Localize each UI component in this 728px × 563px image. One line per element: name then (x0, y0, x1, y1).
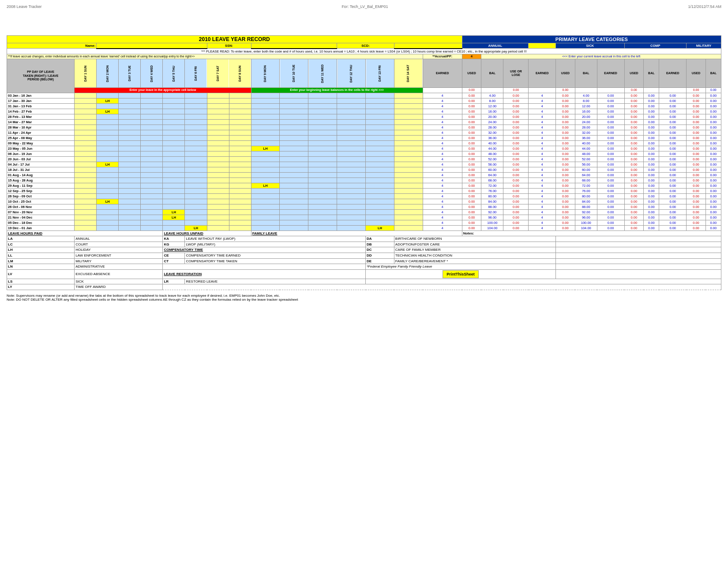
day-cell[interactable] (185, 103, 207, 109)
day-cell[interactable] (207, 140, 229, 146)
day-cell[interactable] (251, 193, 280, 199)
day-cell[interactable] (163, 193, 185, 199)
day-cell[interactable] (229, 204, 251, 209)
day-cell[interactable] (366, 125, 394, 130)
day-cell[interactable] (185, 183, 207, 188)
day-cell[interactable] (394, 220, 423, 225)
day-cell[interactable] (394, 225, 423, 230)
day-cell[interactable] (119, 215, 141, 220)
day-cell[interactable] (308, 93, 337, 98)
day-cell[interactable] (141, 146, 163, 151)
day-cell[interactable] (394, 114, 423, 119)
day-cell[interactable] (141, 178, 163, 183)
day-cell[interactable] (119, 178, 141, 183)
day-cell[interactable] (229, 98, 251, 103)
day-cell[interactable] (229, 114, 251, 119)
day-cell[interactable] (280, 109, 308, 114)
day-cell[interactable] (75, 125, 97, 130)
day-cell[interactable] (280, 188, 308, 193)
day-cell[interactable] (185, 130, 207, 135)
day-cell[interactable] (141, 130, 163, 135)
day-cell[interactable] (308, 151, 337, 156)
day-cell[interactable] (185, 215, 207, 220)
day-cell[interactable] (75, 109, 97, 114)
day-cell[interactable] (251, 215, 280, 220)
day-cell[interactable] (207, 103, 229, 109)
day-cell[interactable] (97, 220, 119, 225)
day-cell[interactable] (207, 183, 229, 188)
day-cell[interactable] (207, 225, 229, 230)
day-cell[interactable] (308, 209, 337, 215)
day-cell[interactable] (280, 103, 308, 109)
day-cell[interactable] (337, 93, 366, 98)
day-cell[interactable] (97, 146, 119, 151)
day-cell[interactable] (141, 215, 163, 220)
day-cell[interactable] (280, 151, 308, 156)
day-cell[interactable] (163, 125, 185, 130)
day-cell[interactable] (251, 130, 280, 135)
day-cell[interactable] (308, 188, 337, 193)
day-cell[interactable] (163, 119, 185, 125)
day-cell[interactable] (75, 98, 97, 103)
day-cell[interactable] (119, 151, 141, 156)
day-cell[interactable] (75, 178, 97, 183)
day-cell[interactable] (394, 162, 423, 167)
day-cell[interactable] (163, 146, 185, 151)
day-cell[interactable] (185, 193, 207, 199)
day-cell[interactable] (141, 119, 163, 125)
day-cell[interactable] (229, 109, 251, 114)
day-cell[interactable] (141, 220, 163, 225)
day-cell[interactable] (366, 178, 394, 183)
day-cell[interactable] (366, 183, 394, 188)
day-cell[interactable] (141, 98, 163, 103)
day-cell[interactable] (75, 114, 97, 119)
day-cell[interactable] (337, 119, 366, 125)
day-cell[interactable] (308, 178, 337, 183)
day-cell[interactable] (251, 114, 280, 119)
day-cell[interactable] (308, 215, 337, 220)
day-cell[interactable] (394, 188, 423, 193)
day-cell[interactable] (229, 151, 251, 156)
day-cell[interactable] (280, 193, 308, 199)
day-cell[interactable] (229, 146, 251, 151)
day-cell[interactable] (75, 172, 97, 178)
day-cell[interactable] (229, 225, 251, 230)
day-cell[interactable] (366, 93, 394, 98)
day-cell[interactable]: LH (251, 183, 280, 188)
day-cell[interactable] (337, 162, 366, 167)
day-cell[interactable] (394, 178, 423, 183)
day-cell[interactable] (141, 156, 163, 162)
day-cell[interactable] (251, 93, 280, 98)
day-cell[interactable] (394, 103, 423, 109)
day-cell[interactable] (337, 130, 366, 135)
day-cell[interactable] (207, 93, 229, 98)
day-cell[interactable] (185, 162, 207, 167)
day-cell[interactable] (366, 119, 394, 125)
day-cell[interactable] (308, 119, 337, 125)
day-cell[interactable] (229, 119, 251, 125)
day-cell[interactable] (280, 135, 308, 140)
day-cell[interactable] (185, 114, 207, 119)
day-cell[interactable] (337, 167, 366, 172)
day-cell[interactable] (251, 135, 280, 140)
day-cell[interactable] (163, 114, 185, 119)
day-cell[interactable] (207, 220, 229, 225)
day-cell[interactable] (141, 204, 163, 209)
day-cell[interactable] (207, 204, 229, 209)
day-cell[interactable] (280, 220, 308, 225)
day-cell[interactable] (366, 188, 394, 193)
day-cell[interactable]: LH (163, 209, 185, 215)
day-cell[interactable] (251, 199, 280, 204)
day-cell[interactable] (163, 188, 185, 193)
day-cell[interactable] (366, 199, 394, 204)
day-cell[interactable] (163, 98, 185, 103)
day-cell[interactable] (280, 119, 308, 125)
day-cell[interactable] (308, 140, 337, 146)
day-cell[interactable] (251, 162, 280, 167)
day-cell[interactable] (97, 193, 119, 199)
day-cell[interactable] (280, 178, 308, 183)
day-cell[interactable] (119, 114, 141, 119)
day-cell[interactable] (207, 167, 229, 172)
day-cell[interactable] (366, 193, 394, 199)
day-cell[interactable] (394, 125, 423, 130)
